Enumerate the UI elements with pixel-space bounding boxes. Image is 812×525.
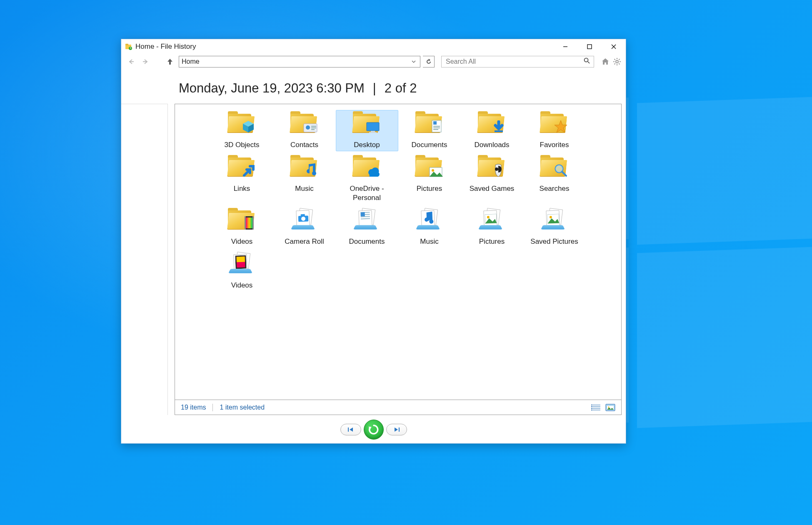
skip-back-icon [347, 427, 355, 432]
svg-rect-70 [348, 428, 349, 432]
folder-item[interactable]: Pictures [461, 207, 523, 248]
gear-icon [612, 57, 622, 66]
previous-version-button[interactable] [340, 424, 361, 435]
window-title: Home - File History [135, 42, 196, 51]
title-bar[interactable]: Home - File History [121, 39, 626, 54]
svg-line-44 [562, 172, 566, 176]
folder-pictures-icon [415, 157, 445, 182]
svg-rect-48 [252, 216, 254, 230]
folder-item[interactable]: Links [211, 154, 273, 204]
item-label: Music [295, 184, 313, 193]
navigation-bar: Home [121, 54, 626, 69]
arrow-up-icon [165, 57, 175, 66]
folder-contacts-icon [290, 113, 320, 139]
home-icon [601, 57, 610, 66]
maximize-button[interactable] [577, 39, 602, 54]
svg-line-17 [619, 63, 620, 64]
svg-rect-35 [433, 128, 440, 128]
item-label: OneDrive - Personal [338, 184, 396, 202]
folder-item[interactable]: Pictures [398, 154, 461, 204]
address-bar[interactable]: Home [179, 56, 420, 68]
svg-marker-38 [555, 120, 567, 132]
item-label: Saved Games [470, 184, 515, 193]
close-button[interactable] [602, 39, 626, 54]
status-item-count: 19 items [181, 404, 206, 411]
svg-rect-74 [399, 428, 400, 432]
folder-item[interactable]: Saved Games [461, 154, 523, 204]
file-history-window: Home - File History Home [121, 39, 626, 444]
search-input[interactable] [445, 58, 584, 66]
folder-item[interactable]: Desktop [336, 110, 398, 151]
library-documents-icon [352, 210, 382, 235]
status-bar: 19 items 1 item selected [175, 400, 622, 415]
folder-item[interactable]: Favorites [523, 110, 586, 151]
details-view-button[interactable] [591, 404, 601, 411]
home-button[interactable] [600, 56, 611, 67]
chevron-down-icon[interactable] [410, 59, 417, 64]
folder-desktop-icon [352, 113, 382, 139]
thumbnails-view-button[interactable] [605, 404, 615, 411]
minimize-button[interactable] [553, 39, 577, 54]
folder-item[interactable]: 3D Objects [211, 110, 273, 151]
item-label: Saved Pictures [530, 237, 578, 246]
svg-rect-36 [433, 129, 438, 130]
svg-line-19 [615, 63, 615, 64]
forward-button[interactable] [140, 55, 152, 68]
svg-line-10 [588, 62, 590, 63]
svg-rect-30 [371, 131, 375, 132]
folder-item[interactable]: Saved Pictures [523, 207, 586, 248]
item-label: Music [420, 237, 438, 246]
folder-item[interactable]: Videos [211, 207, 273, 248]
svg-rect-28 [367, 122, 379, 131]
folder-item[interactable]: Downloads [461, 110, 523, 151]
address-crumb: Home [182, 58, 410, 65]
next-version-button[interactable] [386, 424, 407, 435]
folder-item[interactable]: Contacts [273, 110, 336, 151]
folder-item[interactable]: Documents [336, 207, 398, 248]
back-button[interactable] [125, 55, 137, 68]
svg-point-41 [495, 168, 498, 171]
settings-button[interactable] [612, 56, 622, 67]
folder-item[interactable]: OneDrive - Personal [336, 154, 398, 204]
items-view[interactable]: 3D Objects Contacts Desktop Documents Do… [175, 104, 622, 400]
folder-item[interactable]: Music [398, 207, 461, 248]
item-label: Pictures [479, 237, 505, 246]
library-music-icon [415, 210, 445, 235]
folder-item[interactable]: Music [273, 154, 336, 204]
svg-rect-34 [433, 126, 440, 127]
item-label: Camera Roll [285, 237, 324, 246]
svg-rect-58 [236, 257, 245, 262]
search-box[interactable] [441, 56, 594, 68]
folder-music-icon [290, 157, 320, 182]
svg-point-11 [616, 60, 618, 63]
folder-item[interactable]: Camera Roll [273, 207, 336, 248]
folder-3dobjects-icon [227, 113, 257, 139]
item-label: Searches [540, 184, 570, 193]
item-label: Favorites [540, 140, 569, 149]
svg-rect-50 [300, 214, 305, 217]
svg-point-40 [432, 169, 434, 172]
svg-rect-4 [587, 45, 592, 49]
folder-links-icon [227, 157, 257, 182]
folder-videos-icon [227, 210, 257, 235]
svg-rect-1 [125, 44, 128, 45]
folder-savedgames-icon [477, 157, 507, 182]
folder-item[interactable]: Searches [523, 154, 586, 204]
svg-marker-71 [350, 428, 353, 432]
svg-rect-46 [246, 218, 252, 228]
item-label: 3D Objects [224, 140, 259, 149]
svg-rect-31 [369, 132, 377, 133]
svg-rect-65 [591, 408, 592, 409]
restore-button[interactable] [364, 420, 384, 440]
item-label: Documents [349, 237, 385, 246]
search-icon[interactable] [584, 58, 590, 66]
folder-item[interactable]: Videos [211, 250, 273, 292]
refresh-button[interactable] [423, 56, 435, 68]
folder-item[interactable]: Documents [398, 110, 461, 151]
folder-documents-icon [415, 113, 445, 139]
up-button[interactable] [164, 55, 176, 68]
svg-rect-27 [311, 129, 315, 130]
refresh-icon [425, 58, 432, 65]
item-label: Downloads [474, 140, 509, 149]
navigation-pane [121, 104, 168, 415]
